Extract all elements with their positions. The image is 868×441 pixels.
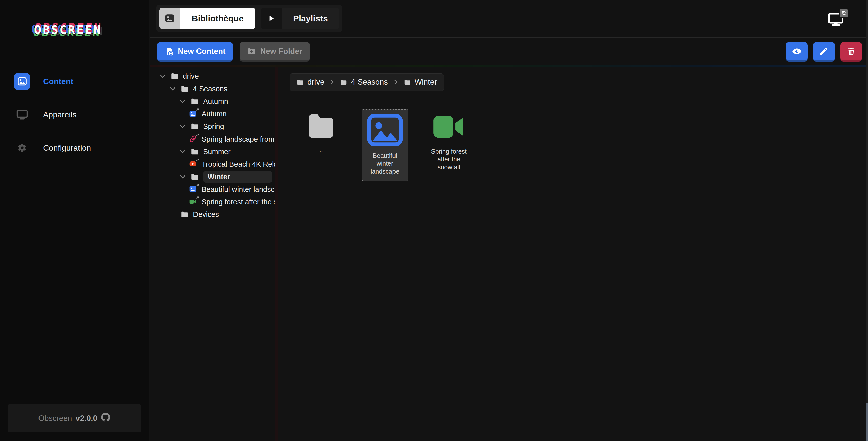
tile-parent-folder[interactable]: ..: [298, 109, 344, 154]
tile-label: Spring forest after the snowfall: [426, 147, 472, 171]
page-scrollbar-thumb[interactable]: [867, 403, 868, 441]
shortcut-arrow-icon: [196, 158, 199, 162]
tab-playlists[interactable]: Playlists: [261, 7, 339, 29]
chevron-down-icon[interactable]: [179, 148, 190, 156]
sidebar-item-configuration[interactable]: Configuration: [0, 131, 149, 164]
tree-item-label: drive: [183, 72, 199, 80]
video-icon: [431, 113, 467, 140]
pencil-icon: [819, 46, 829, 56]
tree-item-tropical-beach-youtube[interactable]: Tropical Beach 4K Relaxa: [150, 158, 276, 170]
shortcut-arrow-icon: [196, 108, 199, 111]
folder-icon: [180, 210, 189, 219]
tile-beautiful-winter-landscape[interactable]: Beautiful winter landscape: [362, 109, 408, 181]
tree-item-label: Autumn: [203, 97, 228, 106]
new-content-button[interactable]: New Content: [157, 42, 233, 60]
devices-icon: [14, 106, 30, 123]
library-image-icon: [159, 7, 180, 29]
shortcut-arrow-icon: [196, 183, 199, 187]
tree-panel-divider: [276, 65, 278, 441]
shortcut-arrow-icon: [196, 133, 199, 137]
tile-label: ..: [319, 146, 323, 154]
sidebar-item-label: Appareils: [43, 110, 76, 120]
tab-label: Bibliothèque: [180, 7, 255, 29]
chevron-down-icon[interactable]: [159, 72, 170, 80]
github-icon[interactable]: [101, 413, 111, 424]
toolbar: New Content New Folder: [150, 38, 868, 65]
folder-icon: [404, 78, 411, 86]
tree-item-summer-folder[interactable]: Summer: [150, 145, 276, 158]
refresh-badge-icon: [839, 8, 849, 18]
chevron-down-icon[interactable]: [179, 98, 190, 105]
tab-bibliotheque[interactable]: Bibliothèque: [159, 7, 255, 29]
tree-item-4-seasons[interactable]: 4 Seasons: [150, 82, 276, 95]
screen-refresh-button[interactable]: [824, 9, 847, 30]
tree-item-spring-landscape-link[interactable]: Spring landscape from sh: [150, 133, 276, 145]
sidebar-item-label: Configuration: [43, 143, 91, 152]
chevron-down-icon[interactable]: [179, 123, 190, 130]
tree-item-label: Spring landscape from sh: [202, 135, 276, 143]
breadcrumb-label: Winter: [415, 78, 437, 87]
tree-item-spring-folder[interactable]: Spring: [150, 120, 276, 133]
breadcrumb: drive 4 Seasons Winter: [289, 73, 444, 91]
delete-button[interactable]: [840, 42, 862, 60]
tree-item-autumn-folder[interactable]: Autumn: [150, 95, 276, 108]
file-browser-panel: drive 4 Seasons Winter: [278, 65, 868, 441]
new-folder-label: New Folder: [260, 47, 302, 56]
app-version-footer: Obscreen v2.0.0: [7, 404, 141, 433]
tree-item-label: 4 Seasons: [193, 85, 227, 93]
tree-item-label: Autumn: [202, 110, 227, 118]
folder-icon: [190, 122, 199, 131]
tile-label: Beautiful winter landscape: [364, 152, 406, 175]
tree-item-drive[interactable]: drive: [150, 70, 276, 82]
breadcrumb-item-4-seasons[interactable]: 4 Seasons: [340, 78, 388, 87]
sidebar-item-content[interactable]: Content: [0, 65, 149, 98]
app-logo: OBSCREEN: [34, 23, 149, 37]
preview-button[interactable]: [786, 42, 808, 60]
tree-item-autumn-image[interactable]: Autumn: [150, 108, 276, 120]
tree-item-devices[interactable]: Devices: [150, 208, 276, 221]
youtube-icon: [189, 160, 197, 168]
folder-tree: drive 4 Seasons Autumn: [150, 65, 276, 441]
shortcut-arrow-icon: [196, 196, 199, 199]
tree-item-label: Winter: [203, 171, 273, 182]
footer-app-name: Obscreen: [38, 414, 72, 423]
trash-icon: [846, 46, 856, 56]
folder-icon: [170, 72, 179, 80]
tree-item-spring-forest-video[interactable]: Spring forest after the snowfall: [150, 196, 276, 208]
folder-icon: [190, 97, 199, 106]
tree-item-winter-folder[interactable]: Winter: [150, 170, 276, 183]
page-scrollbar: [867, 0, 868, 441]
chevron-right-icon: [329, 79, 335, 86]
breadcrumb-item-drive[interactable]: drive: [297, 78, 324, 87]
tree-item-label: Spring: [203, 123, 224, 131]
folder-icon: [340, 78, 347, 86]
sidebar-item-label: Content: [43, 77, 73, 86]
link-icon: [189, 135, 197, 143]
play-icon: [261, 7, 282, 29]
breadcrumb-item-winter[interactable]: Winter: [404, 78, 437, 87]
content-icon: [14, 73, 30, 90]
new-content-label: New Content: [178, 47, 225, 56]
gear-icon: [14, 140, 30, 156]
eye-icon: [791, 46, 802, 56]
folder-icon: [190, 147, 199, 156]
sidebar-item-appareils[interactable]: Appareils: [0, 98, 149, 131]
tree-item-label: Devices: [193, 210, 219, 219]
breadcrumb-label: 4 Seasons: [351, 78, 388, 87]
tree-item-beautiful-winter-image[interactable]: Beautiful winter landscape: [150, 183, 276, 196]
folder-icon: [180, 84, 189, 93]
folder-plus-icon: [247, 47, 256, 56]
chevron-down-icon[interactable]: [179, 173, 190, 180]
tree-item-label: Beautiful winter landscape: [202, 185, 276, 194]
new-folder-button[interactable]: New Folder: [240, 42, 310, 60]
edit-button[interactable]: [813, 42, 835, 60]
tile-spring-forest-video[interactable]: Spring forest after the snowfall: [426, 109, 472, 171]
tab-bar: Bibliothèque Playlists: [156, 4, 342, 32]
chevron-down-icon[interactable]: [169, 85, 180, 93]
file-plus-icon: [165, 47, 174, 56]
video-icon: [189, 198, 197, 206]
content-column: Bibliothèque Playlists: [150, 0, 868, 441]
tab-label: Playlists: [282, 7, 339, 29]
breadcrumb-label: drive: [307, 78, 324, 87]
sidebar: OBSCREEN Content Appareils: [0, 0, 150, 441]
